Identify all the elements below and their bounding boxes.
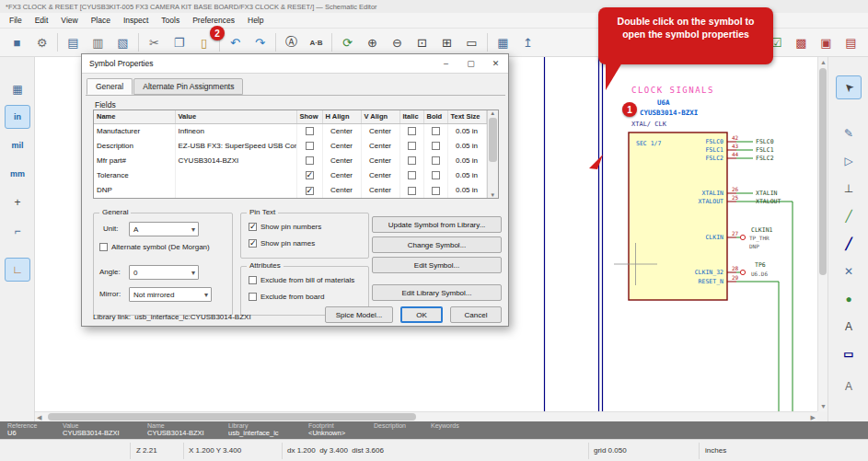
show-hidden-pins-icon[interactable]: ⌐ bbox=[5, 219, 30, 243]
spice-model-button[interactable]: Spice Model... bbox=[325, 306, 393, 323]
italic-checkbox[interactable] bbox=[408, 156, 416, 165]
table-row[interactable]: ManufacturerInfineon CenterCenter 0.05 i… bbox=[94, 123, 486, 138]
copy-icon[interactable]: ❐ bbox=[167, 30, 191, 54]
refresh-icon[interactable]: ⟳ bbox=[335, 30, 360, 54]
menu-file[interactable]: File bbox=[3, 14, 29, 27]
edit-library-symbol-button[interactable]: Edit Library Symbol... bbox=[372, 284, 502, 301]
bold-checkbox[interactable] bbox=[432, 156, 440, 165]
units-mm-button[interactable]: mm bbox=[5, 162, 30, 186]
ok-button[interactable]: OK bbox=[400, 306, 443, 323]
select-tool-icon[interactable]: ➤ bbox=[836, 75, 862, 99]
table-scroll-thumb[interactable] bbox=[489, 118, 497, 162]
show-checkbox[interactable] bbox=[306, 156, 314, 165]
italic-checkbox[interactable] bbox=[408, 142, 416, 150]
scroll-left-icon[interactable]: ◀ bbox=[37, 414, 41, 421]
angle-dropdown[interactable]: 0 bbox=[129, 265, 199, 280]
no-connect-icon[interactable]: ✕ bbox=[836, 259, 862, 283]
plot-icon[interactable]: ▧ bbox=[110, 30, 135, 54]
zoom-page-icon[interactable]: ▭ bbox=[459, 30, 484, 54]
units-mils-button[interactable]: mil bbox=[5, 133, 30, 157]
show-checkbox[interactable] bbox=[306, 171, 314, 179]
zoom-in-icon[interactable]: ⊕ bbox=[360, 30, 385, 54]
highlight-net-icon[interactable]: ✎ bbox=[836, 121, 862, 145]
cut-icon[interactable]: ✂ bbox=[142, 30, 167, 54]
zoom-selection-icon[interactable]: ⊞ bbox=[434, 30, 459, 54]
menu-edit[interactable]: Edit bbox=[29, 14, 55, 27]
save-icon[interactable]: ■ bbox=[5, 30, 29, 54]
dialog-titlebar[interactable]: Symbol Properties – ▢ ✕ bbox=[82, 54, 508, 74]
redo-icon[interactable]: ↷ bbox=[248, 30, 272, 54]
find-replace-icon[interactable]: A·B bbox=[304, 30, 329, 54]
canvas-vertical-scrollbar[interactable]: ▲ ▼ bbox=[817, 57, 827, 411]
show-checkbox[interactable] bbox=[306, 187, 314, 195]
tab-alternate-pin-assignments[interactable]: Alternate Pin Assignments bbox=[133, 78, 243, 95]
close-icon[interactable]: ✕ bbox=[483, 54, 508, 74]
orthogonal-wires-icon[interactable]: ∟ bbox=[5, 258, 30, 282]
edit-symbol-button[interactable]: Edit Symbol... bbox=[372, 257, 502, 273]
horizontal-scroll-thumb[interactable] bbox=[48, 413, 416, 421]
table-row[interactable]: DNP CenterCenter 0.05 in bbox=[94, 183, 486, 198]
mirror-dropdown[interactable]: Not mirrored bbox=[129, 287, 212, 302]
show-checkbox[interactable] bbox=[306, 142, 314, 150]
print-icon[interactable]: ▥ bbox=[86, 30, 110, 54]
schematic-setup-icon[interactable]: ⚙ bbox=[29, 30, 54, 54]
bold-checkbox[interactable] bbox=[432, 127, 440, 135]
find-icon[interactable]: Ⓐ bbox=[279, 30, 304, 54]
footprint-editor-icon[interactable]: ▣ bbox=[814, 30, 839, 54]
table-row[interactable]: Mfr part#CYUSB3014-BZXI CenterCenter 0.0… bbox=[94, 153, 486, 167]
cancel-button[interactable]: Cancel bbox=[450, 306, 502, 323]
exclude-bom-checkbox[interactable] bbox=[249, 276, 257, 284]
net-label-icon[interactable]: A bbox=[836, 315, 862, 339]
hierarchy-navigator-icon[interactable]: ▦ bbox=[491, 30, 515, 54]
show-pin-numbers-checkbox[interactable] bbox=[249, 223, 257, 231]
menu-tools[interactable]: Tools bbox=[155, 14, 186, 27]
show-pin-names-checkbox[interactable] bbox=[249, 239, 257, 248]
bold-checkbox[interactable] bbox=[432, 171, 440, 179]
draw-bus-icon[interactable]: ╱ bbox=[836, 232, 862, 256]
scroll-right-icon[interactable]: ▶ bbox=[811, 414, 816, 421]
tab-general[interactable]: General bbox=[87, 78, 133, 95]
alternate-symbol-checkbox[interactable] bbox=[99, 243, 108, 251]
table-scrollbar[interactable]: ▲▼ bbox=[487, 110, 499, 198]
scroll-up-icon[interactable]: ▲ bbox=[820, 59, 827, 65]
exclude-board-checkbox[interactable] bbox=[249, 293, 257, 301]
junction-icon[interactable]: ● bbox=[836, 287, 862, 311]
zoom-fit-icon[interactable]: ⊡ bbox=[410, 30, 434, 54]
place-power-port-icon[interactable]: ⊥ bbox=[836, 177, 862, 201]
change-symbol-button[interactable]: Change Symbol... bbox=[372, 236, 502, 253]
menu-preferences[interactable]: Preferences bbox=[186, 14, 241, 27]
menu-place[interactable]: Place bbox=[85, 14, 117, 27]
canvas-horizontal-scrollbar[interactable]: ◀ ▶ bbox=[35, 411, 817, 421]
show-checkbox[interactable] bbox=[306, 127, 314, 135]
italic-checkbox[interactable] bbox=[408, 171, 416, 179]
menu-inspect[interactable]: Inspect bbox=[117, 14, 155, 27]
place-symbol-icon[interactable]: ▷ bbox=[836, 149, 862, 173]
minimize-icon[interactable]: – bbox=[434, 54, 458, 74]
hierarchical-sheet-icon[interactable]: ▭ bbox=[836, 342, 862, 366]
italic-checkbox[interactable] bbox=[408, 127, 416, 135]
maximize-icon[interactable]: ▢ bbox=[458, 54, 483, 74]
italic-checkbox[interactable] bbox=[408, 187, 416, 195]
leave-sheet-icon[interactable]: ↥ bbox=[515, 30, 540, 54]
library-browser-icon[interactable]: ▤ bbox=[839, 30, 863, 54]
draw-wire-icon[interactable]: ╱ bbox=[836, 204, 862, 228]
menu-view[interactable]: View bbox=[54, 14, 84, 27]
menu-help[interactable]: Help bbox=[241, 14, 270, 27]
zoom-out-icon[interactable]: ⊖ bbox=[385, 30, 410, 54]
symbol-editor-icon[interactable]: ▩ bbox=[789, 30, 814, 54]
vertical-scroll-thumb[interactable] bbox=[819, 68, 827, 275]
bold-checkbox[interactable] bbox=[432, 187, 440, 195]
scroll-down-icon[interactable]: ▼ bbox=[820, 403, 827, 409]
cursor-crosshair-icon[interactable]: + bbox=[5, 190, 30, 214]
page-setup-icon[interactable]: ▤ bbox=[61, 30, 86, 54]
table-row[interactable]: DescriptionEZ-USB FX3: SuperSpeed USB Co… bbox=[94, 138, 486, 153]
mirror-label: Mirror: bbox=[99, 290, 121, 298]
bold-checkbox[interactable] bbox=[432, 142, 440, 150]
table-row[interactable]: Tolerance CenterCenter 0.05 in bbox=[94, 168, 486, 183]
unit-dropdown[interactable]: A bbox=[129, 222, 199, 236]
place-text-icon[interactable]: A bbox=[836, 375, 862, 398]
grid-visibility-icon[interactable]: ▦ bbox=[5, 77, 30, 101]
update-symbol-from-library-button[interactable]: Update Symbol from Library... bbox=[372, 216, 502, 233]
units-inches-button[interactable]: in bbox=[5, 105, 30, 129]
undo-icon[interactable]: ↶ bbox=[223, 30, 248, 54]
